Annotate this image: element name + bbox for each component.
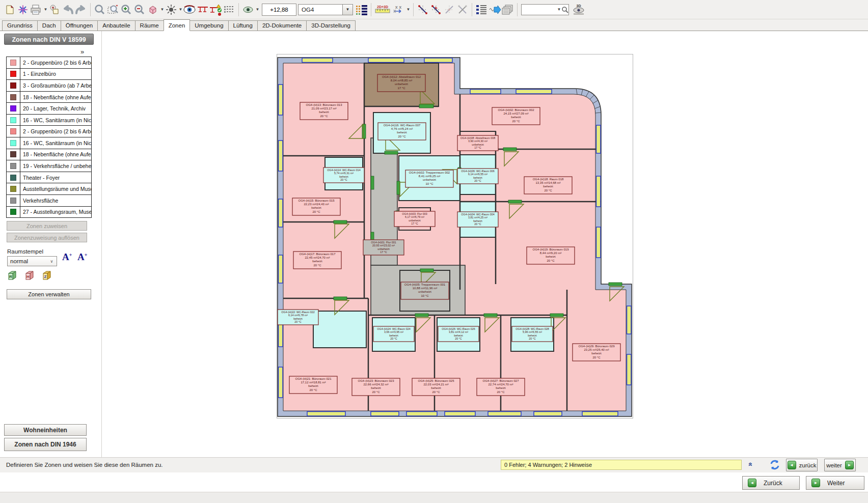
cube-3d-icon[interactable] xyxy=(146,3,159,17)
list-dashed-icon[interactable] xyxy=(223,3,236,17)
tab-l-ftung[interactable]: Lüftung xyxy=(228,20,258,31)
room-cube-icon[interactable]: R xyxy=(7,269,20,284)
search-dropdown-caret[interactable]: ▼ xyxy=(557,7,561,12)
legend-row[interactable]: 18 - Nebenfläche (ohne Aufenthaltsräume) xyxy=(7,149,91,161)
room-label[interactable]: OG4-(H)28: WC-Raum 0285,96 m²/6,55 m²beh… xyxy=(512,326,553,342)
drawing-canvas[interactable]: OG4-(H)13: Büroraum 01321,09 m²/23,17 m²… xyxy=(102,31,868,457)
room-label[interactable]: OG4-(H)12: Abstellraum 0128,04 m²/8,85 m… xyxy=(377,74,425,92)
room-label[interactable]: OG4-(H)19: Büroraum 0198,44 m²/9,20 m²be… xyxy=(527,247,575,264)
print-icon[interactable] xyxy=(30,3,43,17)
legend-row[interactable]: Theater - Foyer xyxy=(7,172,91,184)
room-label[interactable]: OG4-(H)06: WC-Raum 0066,14 m²/6,55 m²beh… xyxy=(457,169,498,184)
room-label[interactable]: OG4-(H)16: WC-Raum 0074,76 m²/5,24 m²beh… xyxy=(378,123,426,140)
room-label[interactable]: OG4-(H)27: Büroraum 02722,74 m²/24,70 m²… xyxy=(477,378,525,396)
zonen-din1946-button[interactable]: Zonen nach DIN 1946 xyxy=(4,438,87,451)
zoom-out-icon[interactable] xyxy=(133,3,146,17)
room-label[interactable]: OG4-(H)26: WC-Raum 0263,81 m²/4,12 m²beh… xyxy=(438,326,479,342)
blue-list-icon[interactable] xyxy=(475,3,488,17)
level-select[interactable]: OG4 ▼ xyxy=(298,4,353,15)
grid-list-icon[interactable] xyxy=(355,3,368,17)
issues-back-button[interactable]: ◄ zurück xyxy=(786,459,818,471)
room-label[interactable]: OG4-(H)17: Büroraum 01722,45 m²/24,70 m²… xyxy=(293,252,341,269)
room-label[interactable]: OG4-(H)01: Flur 00120,93 m²/23,02 m²unbe… xyxy=(363,240,404,255)
tab-grundriss[interactable]: Grundriss xyxy=(2,20,38,31)
render-star-icon[interactable] xyxy=(16,3,30,17)
redo-icon[interactable] xyxy=(74,3,88,17)
xx-move-dropdown-caret[interactable]: ▼ xyxy=(406,7,411,12)
room-label[interactable]: OG4-(H)02: Büroraum 00224,15 m²/27,09 m²… xyxy=(492,107,540,125)
measure-diagonal-2-icon[interactable] xyxy=(429,3,443,17)
sun-dropdown-caret[interactable]: ▼ xyxy=(178,7,183,12)
rail-check-status-icon[interactable] xyxy=(209,3,223,17)
room-label[interactable]: OG4-(H)21: Büroraum 02117,12 m²/18,81 m²… xyxy=(289,376,337,394)
tab-r-ume[interactable]: Räume xyxy=(135,20,164,31)
legend-row[interactable]: 19 - Verkehrsfläche / unbeheizt xyxy=(7,160,91,172)
xx-move-icon[interactable]: x x xyxy=(391,3,405,17)
room-label[interactable]: OG4-(H)24: WC-Raum 0243,66 m²/3,95 m²beh… xyxy=(373,326,414,342)
issues-next-button[interactable]: weiter ► xyxy=(824,459,856,471)
floor-plan[interactable]: OG4-(H)13: Büroraum 01321,09 m²/23,17 m²… xyxy=(277,54,633,418)
transfer-arrow-icon[interactable] xyxy=(488,3,501,17)
tab-zonen[interactable]: Zonen xyxy=(164,19,191,31)
manage-zones-button[interactable]: Zonen verwalten xyxy=(7,289,91,299)
cube-dropdown-caret[interactable]: ▼ xyxy=(160,7,165,12)
undo-icon[interactable] xyxy=(61,3,74,17)
tab--ffnungen[interactable]: Öffnungen xyxy=(61,20,98,31)
search-input[interactable] xyxy=(522,6,556,13)
room-label[interactable]: OG4-(H)05: Treppenraum 00110,88 m²/11,96… xyxy=(401,282,449,299)
room-label[interactable]: OG4-(H)02: Treppenraum 0028,41 m²/9,25 m… xyxy=(405,170,453,187)
legend-row[interactable]: 3 - Großraumbüro (ab 7 Arbeitsplätzen) xyxy=(7,80,91,92)
wizard-back-button[interactable]: ◄ Zurück xyxy=(742,476,800,490)
measure-diagonal-1-icon[interactable] xyxy=(416,3,429,17)
eye-layer-icon[interactable] xyxy=(241,3,255,17)
heating-cube-icon[interactable]: H xyxy=(24,269,38,284)
search-icon[interactable] xyxy=(561,6,568,13)
wohneinheiten-button[interactable]: Wohneinheiten xyxy=(4,424,87,436)
eye-layer-dropdown-caret[interactable]: ▼ xyxy=(255,7,260,12)
level-select-caret-icon[interactable]: ▼ xyxy=(342,5,352,15)
legend-row[interactable]: 16 - WC, Sanitärraum (in Nichtwohngebäud… xyxy=(7,115,91,126)
room-label[interactable]: OG4-(H)18: Raum 01813,35 m²/14,68 m²behe… xyxy=(524,177,572,194)
room-label[interactable]: OG4-(H)04: WC-Raum 0043,81 m²/4,25 m²beh… xyxy=(457,212,498,227)
zoom-in-icon[interactable] xyxy=(120,3,133,17)
refresh-icon[interactable] xyxy=(769,459,780,472)
tab-anbauteile[interactable]: Anbauteile xyxy=(97,20,135,31)
legend-row[interactable]: 2 - Gruppenbüro (2 bis 6 Arbeitsplätze) xyxy=(7,126,91,137)
tab-2d-dokumente[interactable]: 2D-Dokumente xyxy=(257,20,307,31)
assign-zones-button[interactable]: Zonen zuweisen xyxy=(7,221,87,231)
tab-3d-darstellung[interactable]: 3D-Darstellung xyxy=(306,20,356,31)
collapse-panel-icon[interactable]: » xyxy=(80,48,84,55)
print-dropdown-caret[interactable]: ▼ xyxy=(43,7,48,12)
legend-row[interactable]: 18 - Nebenfläche (ohne Aufenthaltsräume) xyxy=(7,92,91,103)
eye-3d-icon[interactable]: 3D xyxy=(570,3,587,17)
room-stamp-select[interactable]: normal ∨ xyxy=(7,256,57,266)
measure-cross-icon[interactable] xyxy=(456,3,469,17)
room-label[interactable]: OG4-(H)03: Flur 0036,17 m²/6,79 m²unbehe… xyxy=(394,211,435,227)
search-combobox[interactable]: ▼ xyxy=(521,4,569,15)
zoom-window-icon[interactable] xyxy=(93,3,106,17)
level-height-input[interactable] xyxy=(262,4,296,16)
room-wc-022[interactable] xyxy=(313,311,366,348)
room-label[interactable]: OG4-(H)15: Büroraum 01522,23 m²/24,43 m²… xyxy=(292,198,340,215)
room-label[interactable]: OG4-(H)23: Büroraum 02322,66 m²/24,32 m²… xyxy=(352,378,400,396)
measure-diagonal-3-icon[interactable] xyxy=(443,3,456,17)
legend-row[interactable]: Ausstellungsräume und Museen xyxy=(7,183,91,195)
room-label[interactable]: OG4-(H)22: WC-Raum 0226,14 m²/6,78 m²beh… xyxy=(278,310,318,325)
zone-cube-icon[interactable]: Z xyxy=(42,269,55,284)
eye-visibility-icon[interactable] xyxy=(183,3,196,17)
legend-row[interactable]: 27 - Ausstellungsraum, Museum xyxy=(7,207,91,218)
wizard-next-button[interactable]: ► Weiter xyxy=(806,476,864,490)
tab-dach[interactable]: Dach xyxy=(37,20,61,31)
unassign-zones-button[interactable]: Zonenzuweisung auflösen xyxy=(7,233,87,242)
boxes-stack-icon[interactable] xyxy=(501,3,514,17)
legend-row[interactable]: 16 - WC, Sanitärraum (in Nichtwohngebäud… xyxy=(7,137,91,149)
room-label[interactable]: OG4-(H)25: Büroraum 02522,03 m²/24,21 m²… xyxy=(412,378,460,396)
legend-row[interactable]: Verkehrsfläche xyxy=(7,195,91,207)
sun-brightness-icon[interactable] xyxy=(165,3,178,17)
legend-row[interactable]: 20 - Lager, Technik, Archiv xyxy=(7,103,91,115)
room-label[interactable]: OG4-(H)29: Büroraum 02923,25 m²/25,40 m²… xyxy=(573,344,620,361)
legend-row[interactable]: 2 - Gruppenbüro (2 bis 6 Arbeitsplätze) xyxy=(7,57,91,69)
room-label[interactable]: OG4-(H)08: Abstellraum 0083,90 m²/4,30 m… xyxy=(457,135,498,151)
room-label[interactable]: OG4-(H)13: Büroraum 01321,09 m²/23,17 m²… xyxy=(300,102,348,120)
tab-umgebung[interactable]: Umgebung xyxy=(189,20,228,31)
